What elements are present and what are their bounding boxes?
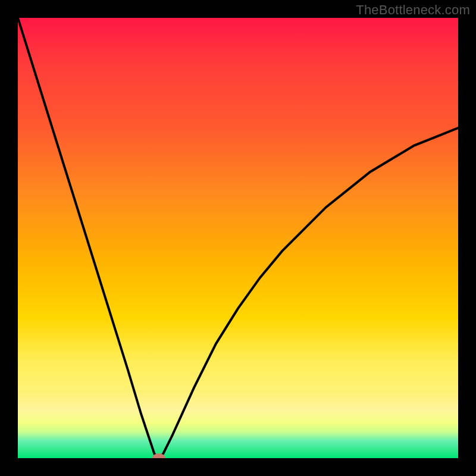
- bottleneck-curve: [18, 18, 458, 458]
- plot-area: [18, 18, 458, 458]
- chart-frame: TheBottleneck.com: [0, 0, 476, 476]
- watermark-text: TheBottleneck.com: [356, 2, 470, 18]
